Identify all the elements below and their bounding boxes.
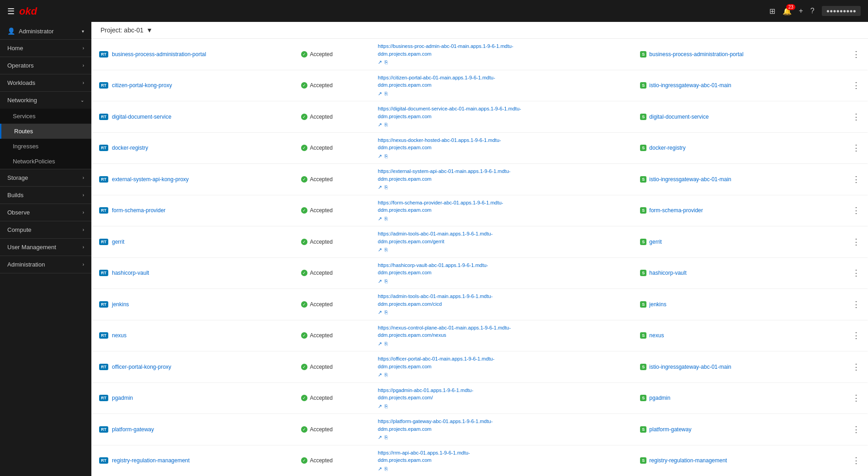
external-link-icon[interactable]: ↗: [378, 215, 382, 223]
sidebar-item-builds[interactable]: Builds ›: [0, 187, 91, 204]
route-link[interactable]: docker-registry: [112, 145, 148, 151]
external-link-icon[interactable]: ↗: [378, 152, 382, 160]
sidebar-item-storage[interactable]: Storage ›: [0, 169, 91, 186]
copy-icon[interactable]: ⎘: [385, 340, 388, 348]
sidebar-item-user-management[interactable]: User Management ›: [0, 239, 91, 256]
copy-icon[interactable]: ⎘: [385, 121, 388, 129]
sidebar-item-network-policies[interactable]: NetworkPolicies: [0, 154, 91, 169]
route-link[interactable]: digital-document-service: [112, 114, 171, 120]
service-link[interactable]: docker-registry: [649, 145, 685, 151]
grid-icon[interactable]: ⊞: [769, 7, 775, 16]
external-link-icon[interactable]: ↗: [378, 434, 382, 441]
service-link[interactable]: registry-regulation-management: [649, 457, 727, 464]
route-name-cell: RT external-system-api-kong-proxy: [92, 164, 294, 195]
actions-menu[interactable]: ⋮: [829, 351, 868, 383]
external-link-icon[interactable]: ↗: [378, 246, 382, 254]
copy-icon[interactable]: ⎘: [385, 246, 388, 254]
external-link-icon[interactable]: ↗: [378, 121, 382, 129]
service-cell: S istio-ingressgateway-abc-01-main: [633, 351, 829, 383]
actions-menu[interactable]: ⋮: [829, 445, 868, 476]
route-link[interactable]: citizen-portal-kong-proxy: [112, 82, 172, 89]
copy-icon[interactable]: ⎘: [385, 371, 388, 379]
sidebar-item-services[interactable]: Services: [0, 109, 91, 124]
actions-menu[interactable]: ⋮: [829, 257, 868, 289]
actions-menu[interactable]: ⋮: [829, 101, 868, 133]
service-link[interactable]: business-process-administration-portal: [649, 51, 743, 58]
external-link-icon[interactable]: ↗: [378, 183, 382, 191]
bell-container[interactable]: 🔔 23: [783, 7, 792, 16]
sidebar-item-ingresses[interactable]: Ingresses: [0, 139, 91, 154]
route-link[interactable]: gerrit: [112, 239, 124, 245]
service-link[interactable]: hashicorp-vault: [649, 270, 686, 276]
actions-menu[interactable]: ⋮: [829, 289, 868, 320]
route-link[interactable]: form-schema-provider: [112, 207, 165, 214]
operators-chevron: ›: [83, 63, 84, 68]
route-link[interactable]: business-process-administration-portal: [112, 51, 206, 58]
status-label: Accepted: [310, 364, 333, 370]
actions-menu[interactable]: ⋮: [829, 132, 868, 164]
actions-menu[interactable]: ⋮: [829, 164, 868, 195]
route-link[interactable]: officer-portal-kong-proxy: [112, 364, 171, 370]
compute-chevron: ›: [83, 227, 84, 232]
sidebar-item-home[interactable]: Home ›: [0, 40, 91, 57]
external-link-icon[interactable]: ↗: [378, 309, 382, 316]
actions-menu[interactable]: ⋮: [829, 226, 868, 258]
copy-icon[interactable]: ⎘: [385, 152, 388, 160]
external-link-icon[interactable]: ↗: [378, 277, 382, 285]
route-link[interactable]: nexus: [112, 332, 127, 339]
admin-section[interactable]: 👤 Administrator ▾: [0, 23, 91, 40]
external-link-icon[interactable]: ↗: [378, 90, 382, 98]
service-link[interactable]: platform-gateway: [649, 426, 691, 433]
sidebar-item-routes[interactable]: Routes: [0, 124, 91, 139]
copy-icon[interactable]: ⎘: [385, 215, 388, 223]
service-link[interactable]: digital-document-service: [649, 114, 709, 120]
service-link[interactable]: gerrit: [649, 239, 662, 245]
route-link[interactable]: external-system-api-kong-proxy: [112, 176, 189, 183]
service-link[interactable]: form-schema-provider: [649, 207, 703, 214]
project-selector[interactable]: Project: abc-01 ▼: [101, 26, 153, 34]
copy-icon[interactable]: ⎘: [385, 58, 388, 66]
copy-icon[interactable]: ⎘: [385, 403, 388, 410]
observe-label: Observe: [7, 209, 30, 216]
service-cell: S docker-registry: [633, 132, 829, 164]
actions-menu[interactable]: ⋮: [829, 414, 868, 445]
external-link-icon[interactable]: ↗: [378, 371, 382, 379]
service-link[interactable]: istio-ingressgateway-abc-01-main: [649, 364, 731, 370]
service-link[interactable]: istio-ingressgateway-abc-01-main: [649, 176, 731, 183]
service-link[interactable]: nexus: [649, 332, 664, 339]
sidebar-item-workloads[interactable]: Workloads ›: [0, 74, 91, 91]
sidebar-item-compute[interactable]: Compute ›: [0, 221, 91, 238]
external-link-icon[interactable]: ↗: [378, 340, 382, 348]
copy-icon[interactable]: ⎘: [385, 277, 388, 285]
copy-icon[interactable]: ⎘: [385, 90, 388, 98]
sidebar-item-operators[interactable]: Operators ›: [0, 57, 91, 74]
external-link-icon[interactable]: ↗: [378, 403, 382, 410]
route-link[interactable]: registry-regulation-management: [112, 457, 190, 464]
route-link[interactable]: pgadmin: [112, 395, 133, 401]
service-link[interactable]: pgadmin: [649, 395, 670, 401]
service-link[interactable]: istio-ingressgateway-abc-01-main: [649, 82, 731, 89]
external-link-icon[interactable]: ↗: [378, 58, 382, 66]
hamburger-icon[interactable]: ☰: [7, 6, 15, 16]
user-menu[interactable]: ●●●●●●●●●: [822, 6, 861, 16]
copy-icon[interactable]: ⎘: [385, 309, 388, 316]
status-cell: ✓ Accepted: [294, 320, 370, 351]
sidebar-item-administration[interactable]: Administration ›: [0, 256, 91, 273]
actions-menu[interactable]: ⋮: [829, 195, 868, 226]
help-icon[interactable]: ?: [810, 7, 815, 15]
external-link-icon[interactable]: ↗: [378, 465, 382, 473]
sidebar-item-networking[interactable]: Networking ⌄: [0, 92, 91, 109]
actions-menu[interactable]: ⋮: [829, 39, 868, 70]
actions-menu[interactable]: ⋮: [829, 382, 868, 414]
sidebar-item-observe[interactable]: Observe ›: [0, 204, 91, 221]
copy-icon[interactable]: ⎘: [385, 434, 388, 441]
route-link[interactable]: hashicorp-vault: [112, 270, 149, 276]
copy-icon[interactable]: ⎘: [385, 183, 388, 191]
actions-menu[interactable]: ⋮: [829, 70, 868, 101]
route-link[interactable]: platform-gateway: [112, 426, 154, 433]
service-link[interactable]: jenkins: [649, 301, 666, 308]
plus-icon[interactable]: +: [799, 7, 803, 15]
actions-menu[interactable]: ⋮: [829, 320, 868, 351]
copy-icon[interactable]: ⎘: [385, 465, 388, 473]
route-link[interactable]: jenkins: [112, 301, 129, 308]
